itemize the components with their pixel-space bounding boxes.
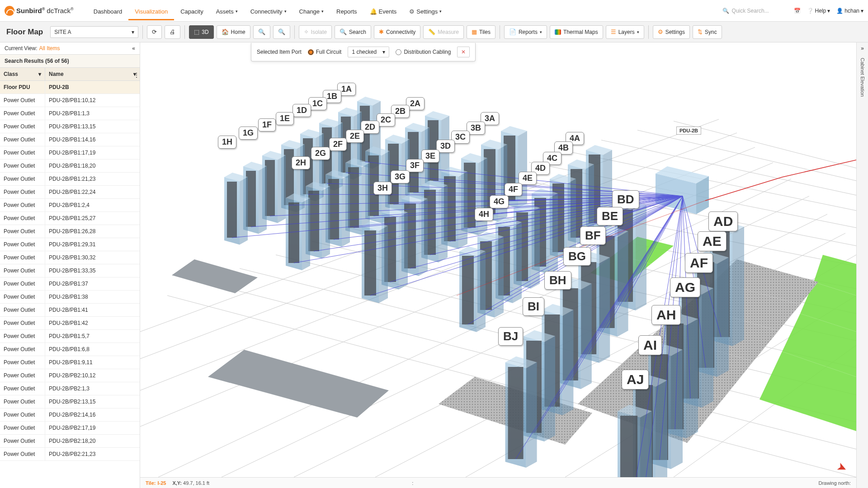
rack-label[interactable]: AE — [698, 231, 726, 251]
full-circuit-radio[interactable]: Full Circuit — [308, 49, 342, 55]
rack-label[interactable]: 4F — [505, 183, 522, 196]
connectivity-button[interactable]: ✱Connectivity — [374, 25, 420, 39]
rack-label[interactable]: AJ — [622, 370, 649, 389]
rack-label[interactable]: AG — [670, 277, 700, 297]
grid-body[interactable]: Floor PDUPDU-2BPower OutletPDU-2B/PB1:10… — [0, 81, 140, 488]
rack-label[interactable]: 4G — [490, 195, 509, 208]
table-row[interactable]: Power OutletPDU-2B/PB1:41 — [0, 304, 140, 317]
rack-label[interactable]: 2F — [329, 138, 347, 151]
floor-canvas[interactable]: 1A1B1C1D1E1F1G1H2A2B2C2D2E2F2G2H3A3B3C3D… — [140, 42, 856, 488]
table-row[interactable]: Power OutletPDU-2B/PB2:14,16 — [0, 408, 140, 422]
table-row[interactable]: Floor PDUPDU-2B — [0, 81, 140, 94]
nav-events[interactable]: 🔔 Events — [363, 1, 403, 20]
table-row[interactable]: Power OutletPDU-2B/PB1:30,32 — [0, 251, 140, 264]
calendar-icon[interactable]: 📅 — [794, 8, 801, 14]
nav-visualization[interactable]: Visualization — [128, 1, 174, 20]
table-row[interactable]: Power OutletPDU-2B/PB1:22,24 — [0, 186, 140, 199]
rack-label[interactable]: 4E — [519, 172, 537, 185]
rack-label[interactable]: AF — [685, 253, 713, 273]
site-dropdown[interactable]: SITE A▾ — [50, 26, 138, 38]
expand-rail-icon[interactable]: » — [861, 45, 864, 52]
zoom-out-button[interactable]: 🔍 — [273, 25, 290, 39]
reports-button[interactable]: 📄Reports▾ — [504, 25, 547, 39]
table-row[interactable]: Power OutletPDU-2B/PB1:29,31 — [0, 238, 140, 251]
rack-label[interactable]: AD — [708, 211, 738, 231]
rack-label[interactable]: 1D — [292, 104, 311, 117]
rack-label[interactable]: 1G — [239, 127, 258, 140]
table-row[interactable]: Power OutletPDU-2B/PB1:10,12 — [0, 94, 140, 107]
rack-label[interactable]: AI — [638, 335, 662, 355]
rack-label[interactable]: BJ — [498, 327, 523, 346]
rack-label[interactable]: BD — [612, 190, 639, 209]
rack-label[interactable]: BI — [523, 297, 544, 316]
rack-label[interactable]: 3G — [391, 170, 410, 183]
table-row[interactable]: Power OutletPDU-2B/PB2:1,3 — [0, 382, 140, 395]
tiles-button[interactable]: ▦Tiles — [467, 25, 495, 39]
rack-label[interactable]: 2H — [292, 156, 310, 169]
table-row[interactable]: Power OutletPDU-2B/PB2:21,23 — [0, 448, 140, 461]
rack-label[interactable]: BH — [544, 271, 571, 290]
nav-capacity[interactable]: Capacity — [174, 1, 210, 20]
nav-assets[interactable]: Assets ▾ — [210, 1, 244, 20]
rack-label[interactable]: 4H — [475, 208, 493, 221]
rack-label[interactable]: BF — [580, 226, 606, 245]
distribution-cabling-radio[interactable]: Distribution Cabling — [396, 49, 451, 55]
table-row[interactable]: Power OutletPDU-2B/PB1:6,8 — [0, 343, 140, 356]
measure-button[interactable]: 📏Measure — [423, 25, 464, 39]
nav-change[interactable]: Change ▾ — [293, 1, 330, 20]
col-name[interactable]: Name▾ — [45, 68, 140, 80]
table-row[interactable]: Power OutletPDU-2B/PB1:37 — [0, 277, 140, 291]
rack-label[interactable]: 1C — [308, 97, 327, 110]
table-row[interactable]: Power OutletPDU-2B/PB1:14,16 — [0, 133, 140, 146]
rack-label[interactable]: 3F — [406, 159, 424, 172]
table-row[interactable]: Power OutletPDU-2B/PB1:17,19 — [0, 146, 140, 160]
rack-label[interactable]: 3E — [421, 150, 439, 163]
rack-label[interactable]: 1E — [276, 112, 294, 125]
layers-button[interactable]: ☰Layers▾ — [606, 25, 644, 39]
close-options-button[interactable]: ✕ — [457, 47, 470, 57]
table-row[interactable]: Power OutletPDU-2B/PB2:10,12 — [0, 369, 140, 382]
rack-label[interactable]: 3H — [373, 182, 392, 195]
user-menu[interactable]: 👤hchan▾ — [836, 8, 863, 14]
table-row[interactable]: Power OutletPDU-2B/PB1:5,7 — [0, 330, 140, 343]
isolate-button[interactable]: ✧Isolate — [299, 25, 332, 39]
table-row[interactable]: Power OutletPDU-2B/PB1:1,3 — [0, 107, 140, 120]
collapse-sidebar-icon[interactable]: « — [132, 45, 135, 52]
thermal-button[interactable]: Thermal Maps — [550, 25, 603, 39]
col-class[interactable]: Class▾ — [0, 68, 45, 80]
rack-label[interactable]: 2G — [311, 147, 330, 160]
rack-label[interactable]: BE — [597, 207, 623, 225]
table-row[interactable]: Power OutletPDU-2B/PB2:17,19 — [0, 422, 140, 435]
table-row[interactable]: Power OutletPDU-2B/PB1:13,15 — [0, 120, 140, 133]
table-row[interactable]: Power OutletPDU-2B/PB1:42 — [0, 317, 140, 330]
home-button[interactable]: 🏠Home — [217, 25, 250, 39]
rack-label[interactable]: BG — [563, 247, 591, 266]
search-button[interactable]: 🔍Search — [335, 25, 371, 39]
rack-label[interactable]: 2C — [377, 113, 395, 127]
checked-dropdown[interactable]: 1 checked▾ — [348, 47, 389, 57]
nav-dashboard[interactable]: Dashboard — [87, 1, 129, 20]
table-row[interactable]: Power OutletPDU-2B/PB1:21,23 — [0, 173, 140, 186]
nav-settings[interactable]: ⚙ Settings ▾ — [403, 1, 448, 20]
table-row[interactable]: Power OutletPDU-2B/PB1:26,28 — [0, 225, 140, 238]
table-row[interactable]: Power OutletPDU-2B/PB1:25,27 — [0, 212, 140, 225]
rack-label[interactable]: 1F — [258, 118, 276, 131]
table-row[interactable]: Power OutletPDU-2B/PB1:2,4 — [0, 199, 140, 212]
refresh-button[interactable]: ⟳ — [147, 25, 162, 39]
table-row[interactable]: Power OutletPDU-2B/PB2:18,20 — [0, 435, 140, 448]
table-row[interactable]: Power OutletPDU-2B/PB1:9,11 — [0, 356, 140, 369]
zoom-in-button[interactable]: 🔍 — [253, 25, 270, 39]
rack-label[interactable]: 2E — [346, 130, 364, 143]
table-row[interactable]: Power OutletPDU-2B/PB1:33,35 — [0, 264, 140, 277]
global-search[interactable]: 🔍 Quick Search... — [720, 6, 788, 16]
table-row[interactable]: Power OutletPDU-2B/PB1:38 — [0, 291, 140, 304]
nav-reports[interactable]: Reports — [330, 1, 363, 20]
settings-button[interactable]: ⚙Settings — [653, 25, 690, 39]
sync-button[interactable]: ⇅Sync — [693, 25, 722, 39]
table-row[interactable]: Power OutletPDU-2B/PB1:18,20 — [0, 160, 140, 173]
rack-label[interactable]: AH — [651, 305, 681, 325]
table-row[interactable]: Power OutletPDU-2B/PB2:13,15 — [0, 395, 140, 408]
nav-connectivity[interactable]: Connectivity ▾ — [244, 1, 293, 20]
print-button[interactable]: 🖨 — [165, 25, 180, 39]
rack-label[interactable]: 1H — [218, 136, 236, 149]
